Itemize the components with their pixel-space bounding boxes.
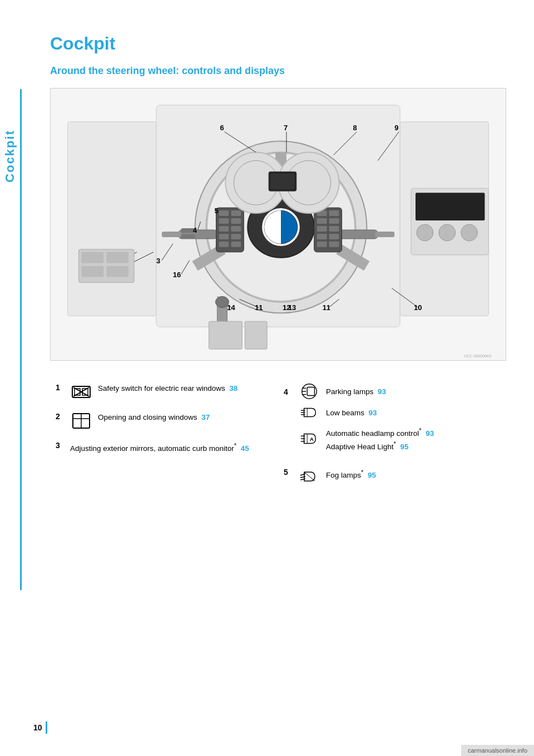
- svg-rect-20: [219, 210, 229, 216]
- svg-text:8: 8: [353, 124, 357, 132]
- svg-text:A: A: [310, 436, 314, 442]
- website-banner: carmanualsonline.info: [461, 745, 534, 756]
- right-column: 4 Parking lamps 93: [278, 377, 506, 491]
- fog-lamps-icon: [298, 467, 320, 487]
- svg-rect-33: [317, 218, 327, 224]
- svg-rect-22: [219, 218, 229, 224]
- svg-rect-81: [106, 252, 128, 263]
- svg-point-85: [215, 296, 229, 307]
- item-4-parking-text: Parking lamps 93: [326, 385, 386, 397]
- svg-rect-27: [231, 234, 241, 239]
- svg-text:5: 5: [214, 207, 218, 215]
- svg-rect-36: [329, 226, 339, 232]
- svg-rect-35: [317, 226, 327, 232]
- svg-text:16: 16: [173, 271, 181, 279]
- svg-point-91: [439, 224, 456, 241]
- item-4-auto-text: Automatic headlamp control* 93 Adaptive …: [326, 425, 434, 453]
- item-4-low-beams-text: Low beams 93: [326, 406, 377, 419]
- item-2-icon: [70, 411, 92, 431]
- item-5: 5 Fog lamps* 95: [278, 462, 506, 491]
- svg-rect-24: [219, 226, 229, 232]
- item-3: 3 Adjusting exterior mirrors, automatic …: [50, 435, 278, 459]
- page-number-accent: [46, 721, 47, 734]
- svg-rect-80: [81, 252, 103, 263]
- svg-rect-87: [245, 321, 267, 349]
- item-5-number: 5: [284, 467, 293, 477]
- svg-rect-14: [162, 232, 181, 237]
- svg-text:13: 13: [288, 303, 296, 312]
- svg-text:9: 9: [394, 124, 398, 132]
- item-2-text: Opening and closing windows 37: [98, 411, 210, 423]
- svg-rect-89: [416, 193, 484, 220]
- item-4-number: 4: [284, 386, 293, 396]
- diagram-svg: 1 2 3 4 5 6 7 8 9: [51, 89, 506, 360]
- section-title: Around the steering wheel: controls and …: [50, 65, 506, 77]
- svg-rect-38: [329, 234, 339, 239]
- item-2: 2 Opening and closing windows 37: [50, 406, 278, 435]
- svg-rect-18: [375, 232, 394, 237]
- svg-rect-16: [181, 234, 195, 239]
- svg-rect-37: [317, 234, 327, 239]
- low-beams-icon: [298, 404, 320, 421]
- item-4-parking: 4 Parking lamps 93: [284, 381, 501, 402]
- svg-rect-23: [231, 218, 241, 224]
- page-title: Cockpit: [50, 33, 506, 54]
- svg-rect-46: [270, 173, 295, 189]
- item-1-number: 1: [56, 382, 65, 392]
- svg-text:10: 10: [414, 303, 422, 312]
- page-number-text: 10: [33, 723, 42, 732]
- svg-text:7: 7: [284, 124, 288, 132]
- svg-rect-39: [317, 242, 327, 247]
- item-4: 4 Parking lamps 93: [278, 377, 506, 458]
- item-4-low-beams: Low beams 93: [298, 402, 501, 423]
- item-1-icon: [70, 382, 92, 402]
- svg-point-92: [461, 224, 478, 241]
- svg-text:14: 14: [227, 303, 235, 312]
- item-3-text: Adjusting exterior mirrors, automatic cu…: [70, 440, 249, 454]
- left-column: 1 Safety switch for electric rear window…: [50, 377, 278, 491]
- svg-text:6: 6: [220, 124, 224, 132]
- svg-rect-29: [231, 242, 241, 247]
- svg-rect-32: [329, 210, 339, 216]
- auto-headlamp-icon: A: [298, 430, 320, 448]
- item-3-number: 3: [56, 440, 65, 450]
- svg-text:11: 11: [323, 303, 330, 312]
- item-5-text: Fog lamps* 95: [326, 467, 376, 481]
- svg-rect-26: [219, 234, 229, 239]
- page-number-container: 10: [33, 721, 47, 734]
- parking-lamps-icon: [298, 382, 320, 400]
- svg-text:UCC-000000K0: UCC-000000K0: [464, 354, 491, 358]
- svg-rect-106: [307, 387, 314, 395]
- svg-rect-40: [329, 242, 339, 247]
- svg-text:3: 3: [156, 257, 160, 265]
- item-1-text: Safety switch for electric rear windows …: [98, 382, 238, 394]
- svg-rect-34: [329, 218, 339, 224]
- svg-rect-1: [68, 122, 156, 316]
- items-grid: 1 Safety switch for electric rear window…: [50, 377, 506, 491]
- sidebar-label: Cockpit: [0, 100, 20, 212]
- steering-wheel-diagram: 1 2 3 4 5 6 7 8 9: [50, 88, 506, 361]
- left-accent-line: [20, 89, 22, 590]
- item-4-auto-headlamp: A Automatic headlamp control* 93 Adaptiv…: [298, 423, 501, 454]
- item-2-number: 2: [56, 411, 65, 421]
- svg-line-119: [304, 472, 315, 481]
- svg-rect-82: [81, 266, 103, 277]
- svg-rect-86: [209, 321, 243, 349]
- item-1: 1 Safety switch for electric rear window…: [50, 377, 278, 406]
- main-content: Cockpit Around the steering wheel: contr…: [33, 0, 534, 524]
- svg-rect-21: [231, 210, 241, 216]
- svg-rect-28: [219, 242, 229, 247]
- svg-text:4: 4: [193, 226, 197, 234]
- svg-rect-83: [106, 266, 128, 277]
- svg-rect-25: [231, 226, 241, 232]
- svg-rect-17: [339, 230, 378, 239]
- svg-point-90: [417, 224, 433, 241]
